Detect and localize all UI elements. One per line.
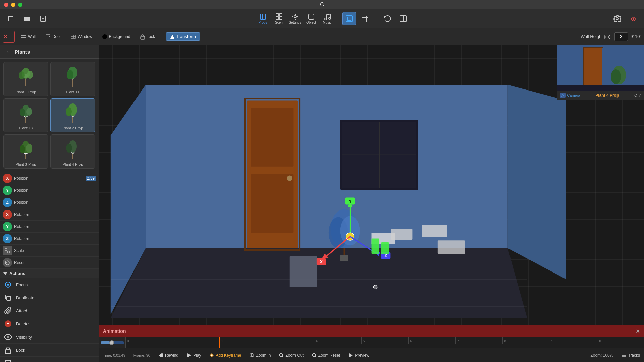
minimize-traffic-light[interactable] (11, 3, 15, 7)
main-toolbar: Props Scen Settings Object (0, 9, 644, 28)
svg-rect-59 (5, 248, 7, 250)
help-button[interactable]: ⊕ (627, 12, 640, 25)
delete-icon (3, 319, 13, 328)
zoom-reset-button[interactable]: Zoom Reset (312, 353, 340, 358)
x-axis-badge: X (3, 174, 12, 183)
preview-expand-icon[interactable]: ⤢ (638, 93, 641, 98)
zoom-out-label: Zoom Out (285, 353, 303, 358)
lock-tool-button[interactable]: Lock (136, 31, 159, 43)
tracks-button[interactable]: Tracks (621, 353, 640, 358)
plant-item-2[interactable]: Plant 2 Prop (50, 98, 95, 132)
animation-header: Animation ✕ (99, 325, 644, 337)
svg-point-65 (7, 284, 9, 285)
props-tool-button[interactable]: Props (256, 12, 270, 25)
plant-item-3[interactable]: Plant 3 Prop (3, 134, 48, 169)
toolbar-sep-1 (54, 13, 54, 24)
titlebar: C (0, 0, 644, 9)
background-tool-button[interactable]: Background (98, 31, 134, 43)
scale-label: Scale (14, 248, 96, 253)
import-button[interactable] (36, 12, 50, 25)
preview-anim-button[interactable]: Preview (348, 353, 369, 358)
scale-row: Scale (0, 245, 99, 257)
music-label: Music (323, 21, 331, 24)
svg-rect-119 (381, 242, 389, 254)
actions-section-header[interactable]: Actions (0, 269, 99, 278)
undo-button[interactable] (380, 12, 394, 25)
plant-thumb-3 (14, 137, 38, 161)
plant-name-1: Plant 1 Prop (16, 90, 36, 94)
svg-line-137 (282, 356, 283, 357)
background-label: Background (109, 34, 130, 39)
zoom-out-button[interactable]: Zoom Out (279, 353, 303, 358)
maximize-traffic-light[interactable] (18, 3, 22, 7)
animation-close-button[interactable]: ✕ (636, 328, 640, 335)
frame-view-button[interactable] (342, 12, 356, 25)
grid-view-button[interactable] (359, 12, 372, 25)
zoom-readout: Zoom: 100% (590, 353, 613, 358)
reset-row[interactable]: Reset (0, 257, 99, 269)
play-button[interactable]: Play (186, 353, 201, 358)
svg-rect-97 (422, 225, 447, 237)
back-button[interactable]: ‹ (4, 48, 12, 56)
attach-action-row[interactable]: Attach (0, 304, 99, 317)
object-tool-button[interactable]: Object (305, 12, 318, 25)
toolbar-center: Props Scen Settings Object (58, 12, 608, 25)
plant-item-4[interactable]: Plant 4 Prop (50, 134, 95, 169)
svg-point-9 (294, 16, 296, 18)
y-position-label: Position (14, 188, 96, 193)
wall-tool-button[interactable]: Wall (17, 31, 39, 43)
close-tool-button[interactable]: ✕ (3, 31, 15, 43)
animation-controls: Time: 0:01.49 Frame: 90 Rewind Play + Ad… (99, 348, 644, 362)
add-keyframe-button[interactable]: + Add Keyframe (209, 353, 241, 358)
settings-tool-button[interactable]: Settings (288, 12, 302, 25)
svg-point-12 (329, 17, 331, 19)
plant-thumb-1 (14, 65, 38, 88)
dimension-action-row[interactable]: Dimension (0, 357, 99, 362)
y-position-row: Y Position (0, 184, 99, 196)
wall-height-input[interactable] (614, 32, 628, 41)
attach-label: Attach (16, 308, 29, 313)
door-tool-button[interactable]: Door (41, 31, 65, 43)
plant-item-11[interactable]: Plant 11 (50, 62, 95, 96)
animation-title: Animation (103, 328, 126, 334)
close-traffic-light[interactable] (4, 3, 8, 7)
folder-button[interactable] (20, 12, 34, 25)
svg-marker-126 (557, 85, 644, 91)
x-position-row: X Position 2.39 (0, 172, 99, 184)
door-label: Door (52, 34, 61, 39)
tools-row: ✕ Wall Door Window Background Lock Trans… (0, 28, 644, 45)
duplicate-action-row[interactable]: Duplicate (0, 291, 99, 304)
split-view-button[interactable] (396, 12, 410, 25)
gear-button[interactable] (610, 12, 624, 25)
rewind-button[interactable]: Rewind (158, 353, 178, 358)
svg-text:+: + (211, 354, 213, 357)
plant-name-2: Plant 2 Prop (63, 126, 83, 130)
scale-badge (3, 246, 12, 255)
zoom-in-button[interactable]: Zoom In (249, 353, 271, 358)
duplicate-icon (3, 293, 13, 302)
scene-tool-button[interactable]: Scen (272, 12, 286, 25)
focus-action-row[interactable]: Focus (0, 278, 99, 291)
music-tool-button[interactable]: Music (321, 12, 334, 25)
object-label: Object (306, 21, 316, 24)
3d-viewport[interactable]: Y X Z (99, 45, 644, 362)
svg-marker-129 (187, 353, 191, 357)
plant-item-1[interactable]: Plant 1 Prop (3, 62, 48, 96)
transform-button[interactable]: Transform (166, 32, 200, 41)
visibility-action-row[interactable]: Visibility (0, 330, 99, 344)
toolbar-sep-2 (338, 12, 338, 23)
x-rotation-label: Rotation (14, 212, 96, 217)
svg-rect-104 (340, 255, 348, 261)
animation-timeline[interactable]: 0 1 2 3 4 (99, 337, 644, 348)
timeline-ruler[interactable]: 0 1 2 3 4 (126, 337, 644, 348)
svg-rect-70 (7, 296, 11, 300)
svg-point-73 (7, 336, 9, 338)
sidebar-header: ‹ Plants (0, 45, 99, 59)
sidebar-title: Plants (15, 49, 30, 55)
delete-action-row[interactable]: Delete (0, 317, 99, 330)
plant-item-18[interactable]: Plant 18 (3, 98, 48, 132)
toolbar-right: ⊕ (610, 12, 640, 25)
window-tool-button[interactable]: Window (67, 31, 96, 43)
expand-button[interactable] (4, 12, 17, 25)
lock-action-row[interactable]: Lock (0, 344, 99, 357)
